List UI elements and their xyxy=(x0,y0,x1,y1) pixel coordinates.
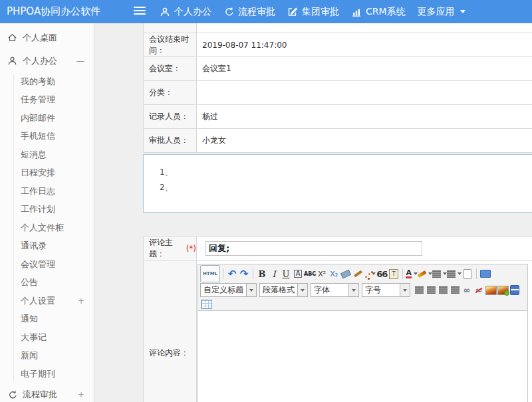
heading-select[interactable]: 自定义标题 xyxy=(200,283,257,297)
nav-group-approval[interactable]: 集团审批 xyxy=(287,6,339,18)
insert-image-button[interactable] xyxy=(485,284,497,297)
dropdown-caret-icon xyxy=(403,289,407,292)
superscript-button[interactable]: X² xyxy=(316,267,328,280)
toolbar-separator xyxy=(476,268,477,279)
nav-more-apps[interactable]: 更多应用 xyxy=(418,6,466,18)
unlink-button[interactable]: ∞ xyxy=(473,284,485,297)
edit-square-icon xyxy=(287,7,298,17)
nav-label: 个人办公 xyxy=(174,6,211,18)
ordered-list-button[interactable] xyxy=(432,267,447,280)
table-row-meeting-room: 会议室： 会议室1 xyxy=(144,57,532,81)
dropdown-button[interactable] xyxy=(348,284,358,296)
editor-toolbar: HTML ↶ ↷ B I U A ABC X² xyxy=(198,264,527,311)
dropdown-button[interactable] xyxy=(246,284,256,296)
clipboard-icon: T xyxy=(389,269,398,279)
sidebar-item-workflow-approval[interactable]: 流程审批 + xyxy=(0,383,94,402)
align-justify-button[interactable] xyxy=(449,284,461,297)
ordered-list-icon xyxy=(432,270,441,278)
table-row-comment-subject: 评论主题： (*) xyxy=(144,237,532,261)
collapse-icon[interactable]: — xyxy=(76,56,87,66)
sidebar-item-events[interactable]: 大事记 xyxy=(0,328,94,347)
unordered-list-button[interactable] xyxy=(447,267,462,280)
align-right-button[interactable] xyxy=(437,284,449,297)
format-brush-button[interactable] xyxy=(364,267,376,280)
sidebar-item-work-plan[interactable]: 工作计划 xyxy=(0,201,94,219)
eraser-icon xyxy=(340,269,351,278)
sidebar-item-internal-mail[interactable]: 内部邮件 xyxy=(0,109,94,128)
sidebar-item-announcements[interactable]: 公告 xyxy=(0,274,94,292)
align-justify-icon xyxy=(451,286,460,294)
field-value: 会议室1 xyxy=(197,57,532,80)
note-line: 1、 xyxy=(160,165,532,180)
sidebar-item-work-log[interactable]: 工作日志 xyxy=(0,182,94,201)
italic-button[interactable]: I xyxy=(268,267,280,280)
nav-crm-system[interactable]: CRM系统 xyxy=(351,6,406,18)
expand-icon[interactable]: + xyxy=(78,390,87,399)
blockquote-button[interactable]: 66 xyxy=(376,267,388,280)
note-line: 2、 xyxy=(160,180,532,195)
sidebar-item-tasks[interactable]: 任务管理 xyxy=(0,91,94,110)
nav-label: 更多应用 xyxy=(418,6,455,18)
dropdown-button[interactable] xyxy=(400,284,410,296)
sidebar-item-news[interactable]: 新闻 xyxy=(0,347,94,365)
nav-label: 集团审批 xyxy=(302,6,339,18)
nav-personal-office[interactable]: 个人办公 xyxy=(160,6,211,18)
strikethrough-button[interactable]: ABC xyxy=(304,267,316,280)
meeting-notes-box: 1、 2、 xyxy=(143,154,532,213)
dropdown-button[interactable] xyxy=(297,284,307,296)
paragraph-format-select[interactable]: 段落格式 xyxy=(259,283,308,297)
field-value: 杨过 xyxy=(197,105,532,128)
field-value xyxy=(197,81,532,104)
sidebar-item-file-cabinet[interactable]: 个人文件柜 xyxy=(0,219,94,237)
unordered-list-icon xyxy=(447,270,456,278)
field-label: 评论内容： xyxy=(144,261,197,402)
sidebar-item-attendance[interactable]: 我的考勤 xyxy=(0,72,94,91)
dropdown-caret-icon xyxy=(352,289,356,292)
undo-button[interactable]: ↶ xyxy=(226,267,238,280)
font-size-select[interactable]: 字号 xyxy=(362,283,410,297)
expand-icon[interactable]: + xyxy=(78,296,94,306)
sidebar-item-personal-settings[interactable]: 个人设置 + xyxy=(0,292,94,310)
bar-chart-icon xyxy=(351,7,362,17)
fullscreen-button[interactable] xyxy=(479,267,491,280)
redo-button[interactable]: ↷ xyxy=(238,267,250,280)
bold-button[interactable]: B xyxy=(256,267,268,280)
new-page-button[interactable] xyxy=(462,267,473,280)
font-style-button[interactable]: A xyxy=(292,267,304,280)
upload-image-button[interactable] xyxy=(497,284,509,297)
sidebar-item-short-message[interactable]: 短消息 xyxy=(0,146,94,164)
sidebar-item-sms[interactable]: 手机短信 xyxy=(0,128,94,146)
field-label: 分类： xyxy=(144,81,197,104)
nav-workflow-approval[interactable]: 流程审批 xyxy=(223,6,275,18)
link-button[interactable]: ∞ xyxy=(461,284,473,297)
sidebar-item-notices[interactable]: 通知 xyxy=(0,310,94,329)
insert-media-button[interactable] xyxy=(509,284,521,297)
align-left-icon xyxy=(415,286,424,294)
field-value: 小龙女 xyxy=(197,129,532,152)
remove-format-button[interactable] xyxy=(340,267,352,280)
table-row-approver: 审批人员： 小龙女 xyxy=(144,129,532,153)
sidebar-item-personal-office[interactable]: 个人办公 — xyxy=(0,49,94,72)
paste-text-button[interactable]: T xyxy=(388,267,400,280)
html-source-button[interactable]: HTML xyxy=(200,265,220,282)
sidebar-item-meetings[interactable]: 会议管理 xyxy=(0,255,94,274)
underline-button[interactable]: U xyxy=(280,267,292,280)
table-row-partial xyxy=(144,23,532,33)
sidebar-item-e-journal[interactable]: 电子期刊 xyxy=(0,365,94,383)
align-center-button[interactable] xyxy=(425,284,437,297)
monitor-icon xyxy=(480,270,491,278)
insert-table-button[interactable] xyxy=(200,298,212,311)
align-left-button[interactable] xyxy=(413,284,425,297)
subscript-button[interactable]: X₂ xyxy=(328,267,340,280)
highlight-color-button[interactable] xyxy=(418,267,432,280)
sidebar-item-contacts[interactable]: 通讯录 xyxy=(0,237,94,256)
menu-icon[interactable] xyxy=(134,7,147,17)
font-family-select[interactable]: 字体 xyxy=(311,283,359,297)
comment-subject-input[interactable] xyxy=(205,241,422,256)
font-color-button[interactable]: A xyxy=(406,267,418,280)
sidebar-item-desktop[interactable]: 个人桌面 xyxy=(0,26,94,49)
sidebar-item-schedule[interactable]: 日程安排 xyxy=(0,164,94,183)
app-logo[interactable]: PHPOA协同办公软件 xyxy=(0,5,100,18)
comment-content-editarea[interactable] xyxy=(198,311,527,402)
clear-format-button[interactable] xyxy=(352,267,364,280)
